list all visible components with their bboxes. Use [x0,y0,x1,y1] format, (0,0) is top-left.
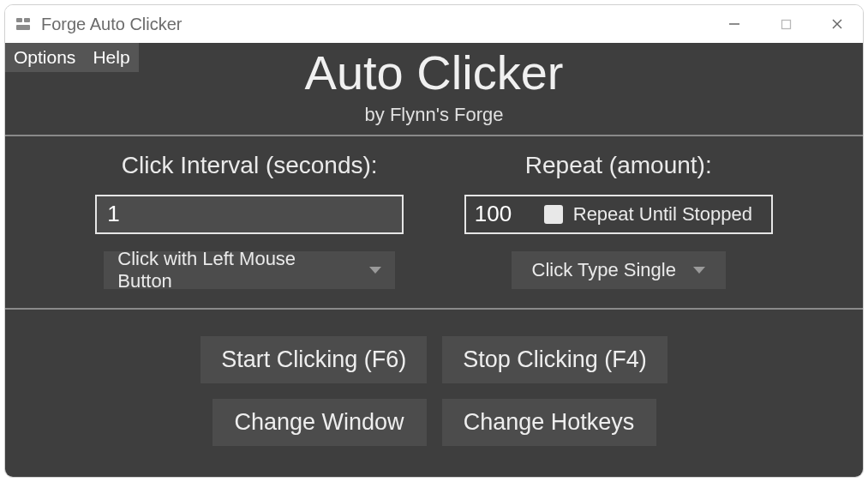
chevron-down-icon [369,267,381,274]
svg-rect-0 [16,18,22,22]
menu-options[interactable]: Options [5,43,84,72]
settings-panel: Click Interval (seconds): Click with Lef… [5,136,863,308]
click-type-dropdown-label: Click Type Single [532,259,676,281]
chevron-down-icon [693,267,705,274]
mouse-button-dropdown[interactable]: Click with Left Mouse Button [104,251,395,289]
repeat-column: Repeat (amount): Repeat Until Stopped Cl… [452,152,787,289]
minimize-button[interactable] [709,5,760,43]
interval-label: Click Interval (seconds): [122,152,378,179]
repeat-until-stopped-checkbox[interactable] [544,205,563,224]
svg-rect-1 [24,18,30,22]
mouse-button-dropdown-label: Click with Left Mouse Button [117,248,352,292]
change-window-button[interactable]: Change Window [213,399,427,446]
actions-panel: Start Clicking (F6) Stop Clicking (F4) C… [5,310,863,477]
repeat-row: Repeat Until Stopped [464,195,773,234]
repeat-label: Repeat (amount): [525,152,712,179]
page-subtitle: by Flynn's Forge [5,104,863,126]
interval-input[interactable] [95,195,404,234]
repeat-until-stopped-label: Repeat Until Stopped [573,203,752,226]
client-area: Options Help Auto Clicker by Flynn's For… [5,43,863,477]
start-clicking-button[interactable]: Start Clicking (F6) [201,336,427,383]
window-controls [709,5,863,43]
svg-rect-4 [781,20,790,28]
click-type-dropdown[interactable]: Click Type Single [512,251,726,289]
titlebar[interactable]: Forge Auto Clicker [5,5,863,43]
menu-help[interactable]: Help [84,43,138,72]
menubar: Options Help [5,43,139,72]
window-title: Forge Auto Clicker [41,15,183,34]
change-hotkeys-button[interactable]: Change Hotkeys [442,399,656,446]
svg-rect-2 [16,25,30,30]
app-window: Forge Auto Clicker Options Help Auto Cli… [4,4,864,478]
repeat-amount-input[interactable] [466,196,539,232]
interval-column: Click Interval (seconds): Click with Lef… [82,152,417,289]
maximize-button[interactable] [760,5,811,43]
app-icon [14,15,33,33]
close-button[interactable] [811,5,863,43]
stop-clicking-button[interactable]: Stop Clicking (F4) [442,336,667,383]
